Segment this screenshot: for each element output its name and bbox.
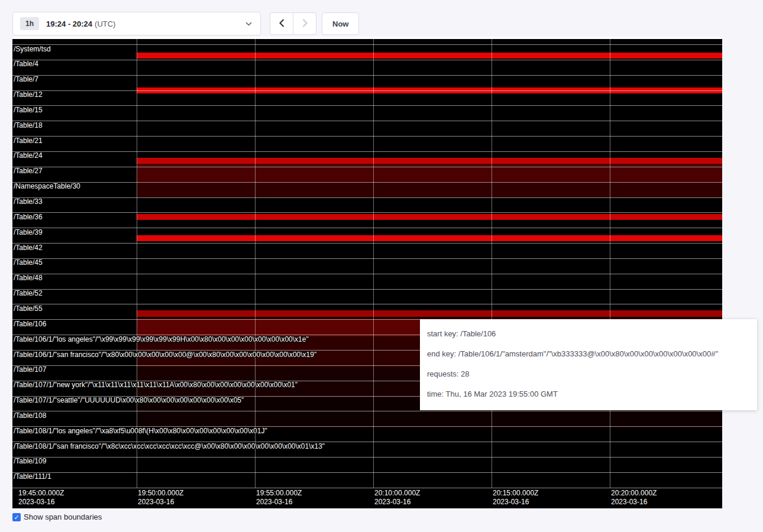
row-gridline — [12, 274, 722, 274]
row-gridline — [12, 289, 722, 290]
row-label: /Table/107/1/"new york"/"\x11\x11\x11\x1… — [14, 381, 298, 389]
time-gridline — [373, 39, 374, 488]
row-label: /Table/108 — [14, 412, 46, 420]
row-label: /System/tsd — [14, 46, 51, 53]
row-label: /Table/48 — [14, 274, 43, 282]
row-label: /Table/107/1/"seattle"/"UUUUUUD\x00\x80\… — [14, 397, 244, 404]
row-label: /Table/55 — [14, 305, 43, 313]
x-axis-date: 2023-03-16 — [611, 498, 657, 507]
x-axis-time: 20:20:00.000Z — [611, 489, 657, 498]
row-label: /Table/4 — [14, 60, 38, 68]
row-label: /Table/111/1 — [14, 473, 51, 481]
row-gridline — [12, 197, 722, 198]
range-duration-badge: 1h — [20, 17, 39, 30]
x-axis-label: 19:50:00.000Z2023-03-16 — [138, 489, 183, 507]
show-span-boundaries-checkbox[interactable]: ✓ — [12, 513, 21, 521]
x-axis-date: 2023-03-16 — [374, 498, 420, 507]
row-label: /Table/7 — [14, 76, 38, 83]
range-time-text: 19:24 - 20:24 — [46, 20, 92, 28]
row-label: /Table/108/1/"san francisco"/"\x8c\xcc\x… — [14, 443, 325, 450]
row-label: /Table/42 — [14, 244, 43, 252]
x-axis-time: 19:55:00.000Z — [256, 489, 302, 498]
row-gridline — [12, 90, 722, 91]
heat-stripe — [137, 214, 722, 220]
x-axis-time: 19:50:00.000Z — [138, 489, 183, 498]
row-label: /Table/106/1/"los angeles"/"\x99\x99\x99… — [14, 336, 309, 343]
x-axis-label: 19:55:00.000Z2023-03-16 — [256, 489, 302, 507]
row-label: /Table/24 — [14, 152, 43, 160]
row-gridline — [12, 212, 722, 213]
row-label: /Table/12 — [14, 91, 43, 99]
now-button[interactable]: Now — [322, 12, 359, 35]
row-gridline — [12, 182, 722, 183]
row-label: /Table/33 — [14, 198, 43, 206]
row-label: /Table/39 — [14, 229, 43, 236]
row-label: /Table/108/1/"los angeles"/"\xa8\xf5\u00… — [14, 427, 267, 435]
row-label: /Table/27 — [14, 167, 43, 175]
tooltip-line: start key: /Table/106 — [427, 328, 750, 340]
chevron-right-icon — [302, 19, 308, 29]
row-gridline — [12, 60, 722, 60]
row-gridline — [12, 243, 722, 244]
x-axis-time: 19:45:00.000Z — [18, 489, 64, 498]
next-time-button[interactable] — [293, 12, 316, 35]
row-label: /Table/45 — [14, 259, 43, 267]
row-label: /Table/52 — [14, 290, 43, 297]
x-axis-time: 20:10:00.000Z — [374, 489, 420, 498]
row-gridline — [12, 136, 722, 137]
row-gridline — [12, 472, 722, 473]
time-gridline — [255, 39, 256, 488]
row-gridline — [12, 44, 722, 45]
canvas-top-boundary — [12, 37, 722, 39]
heat-stripe — [137, 182, 722, 197]
heat-stripe — [137, 158, 722, 164]
check-icon: ✓ — [14, 514, 19, 521]
time-nav-group — [270, 12, 316, 35]
checkbox-label: Show span boundaries — [24, 512, 102, 521]
row-label: /Table/21 — [14, 137, 43, 145]
x-axis-label: 19:45:00.000Z2023-03-16 — [18, 489, 64, 507]
x-axis-date: 2023-03-16 — [138, 498, 183, 507]
row-gridline — [12, 457, 722, 458]
keyvis-canvas[interactable]: start key: /Table/106end key: /Table/106… — [12, 37, 722, 508]
x-axis-label: 20:15:00.000Z2023-03-16 — [493, 489, 538, 507]
prev-time-button[interactable] — [270, 12, 293, 35]
row-gridline — [12, 151, 722, 152]
tooltip-line: time: Thu, 16 Mar 2023 19:55:00 GMT — [427, 388, 750, 400]
time-gridline — [610, 39, 610, 488]
row-label: /Table/18 — [14, 122, 43, 129]
chevron-left-icon — [279, 19, 284, 29]
row-label: /Table/107 — [14, 366, 46, 374]
x-axis-date: 2023-03-16 — [18, 498, 64, 507]
x-axis-date: 2023-03-16 — [256, 498, 302, 507]
span-boundaries-control: ✓ Show span boundaries — [12, 512, 102, 521]
row-gridline — [12, 411, 722, 411]
x-axis-date: 2023-03-16 — [493, 498, 538, 507]
row-gridline — [12, 105, 722, 106]
time-range-selector[interactable]: 1h 19:24 - 20:24(UTC) — [12, 12, 261, 35]
row-gridline — [12, 75, 722, 76]
row-gridline — [12, 304, 722, 304]
row-label: /Table/109 — [14, 458, 46, 465]
heat-stripe — [137, 53, 722, 59]
span-tooltip: start key: /Table/106end key: /Table/106… — [420, 319, 757, 410]
row-label: /Table/36 — [14, 213, 43, 221]
tooltip-line: end key: /Table/106/1/"amsterdam"/"\xb33… — [427, 348, 750, 360]
row-label: /NamespaceTable/30 — [14, 183, 80, 190]
chevron-down-icon — [245, 22, 252, 26]
row-gridline — [12, 167, 722, 167]
row-label: /Table/15 — [14, 106, 43, 114]
row-label: /Table/106/1/"san francisco"/"\x80\x00\x… — [14, 351, 316, 359]
time-gridline — [137, 39, 137, 488]
toolbar: 1h 19:24 - 20:24(UTC) Now — [12, 12, 359, 35]
range-timezone-text: (UTC) — [95, 20, 115, 28]
tooltip-line: requests: 28 — [427, 368, 750, 380]
row-gridline — [12, 228, 722, 228]
x-axis-label: 20:20:00.000Z2023-03-16 — [611, 489, 657, 507]
time-gridline — [492, 39, 492, 488]
heat-stripe — [137, 310, 722, 317]
x-axis-time: 20:15:00.000Z — [493, 489, 538, 498]
x-axis-label: 20:10:00.000Z2023-03-16 — [374, 489, 420, 507]
row-gridline — [12, 488, 722, 488]
row-label: /Table/106 — [14, 320, 46, 328]
